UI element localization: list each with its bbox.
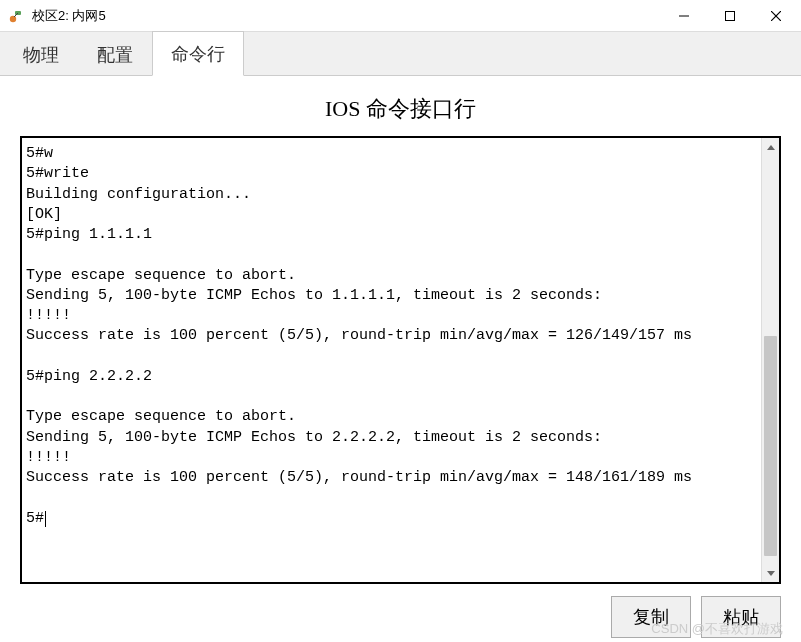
maximize-button[interactable] (707, 0, 753, 31)
svg-point-0 (10, 15, 16, 21)
scrollbar-track[interactable] (762, 156, 779, 564)
scroll-down-button[interactable] (762, 564, 779, 582)
svg-marker-7 (767, 571, 775, 576)
svg-rect-3 (726, 11, 735, 20)
scrollbar-thumb[interactable] (764, 336, 777, 556)
titlebar: 校区2: 内网5 (0, 0, 801, 32)
tabbar: 物理 配置 命令行 (0, 32, 801, 76)
tab-config[interactable]: 配置 (78, 32, 152, 76)
terminal-wrap: 5#w 5#write Building configuration... [O… (20, 136, 781, 584)
heading: IOS 命令接口行 (20, 94, 781, 124)
svg-marker-6 (767, 145, 775, 150)
scroll-up-button[interactable] (762, 138, 779, 156)
window-controls (661, 0, 799, 31)
tab-physical[interactable]: 物理 (4, 32, 78, 76)
minimize-button[interactable] (661, 0, 707, 31)
tab-cli[interactable]: 命令行 (152, 31, 244, 76)
scrollbar[interactable] (761, 138, 779, 582)
content: IOS 命令接口行 5#w 5#write Building configura… (0, 76, 801, 642)
close-button[interactable] (753, 0, 799, 31)
watermark: CSDN @不喜欢打游戏 (651, 620, 783, 638)
app-icon (8, 8, 24, 24)
window-title: 校区2: 内网5 (32, 7, 661, 25)
terminal[interactable]: 5#w 5#write Building configuration... [O… (22, 138, 761, 582)
